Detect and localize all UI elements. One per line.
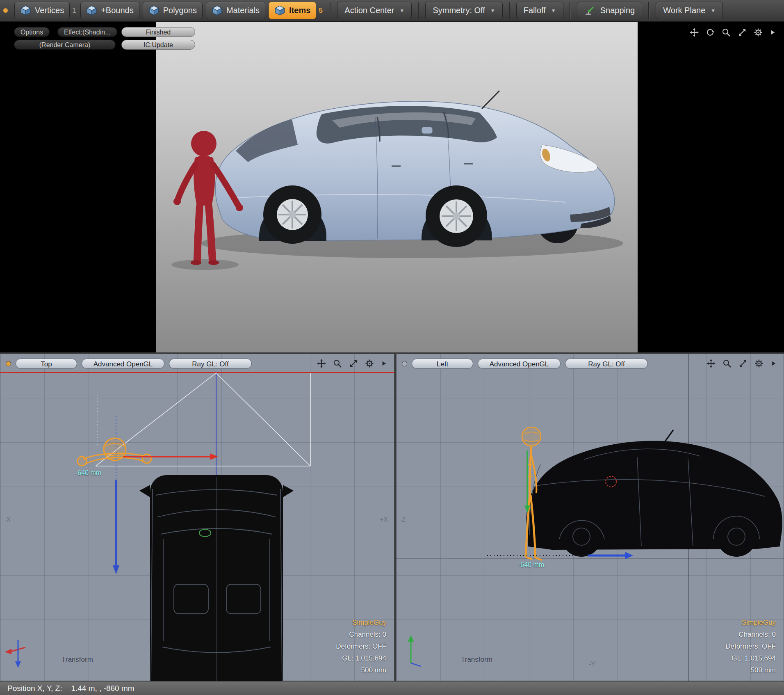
chevron-down-icon: ▼	[551, 8, 556, 14]
position-label: Position X, Y, Z:	[7, 684, 62, 693]
viewport-menu-dot[interactable]	[6, 361, 11, 366]
rotate-icon[interactable]	[705, 27, 715, 37]
play-icon[interactable]	[381, 360, 387, 367]
chevron-down-icon: ▼	[490, 8, 495, 14]
maximize-icon[interactable]	[738, 359, 748, 368]
tab-polygons-label: Polygons	[163, 6, 197, 15]
left-viewport[interactable]: Left Advanced OpenGL Ray GL: Off -Z -Y -…	[396, 354, 784, 681]
tab-bounds-group: +Bounds	[80, 2, 139, 19]
viewport-info: SimpleGuy Channels: 0 Deformers: OFF GL:…	[725, 617, 776, 676]
render-canvas[interactable]	[156, 22, 638, 352]
zoom-icon[interactable]	[722, 359, 732, 368]
render-camera-button[interactable]: (Render Camera)	[14, 40, 116, 50]
left-viewport-controls	[706, 359, 777, 368]
cube-icon	[148, 5, 160, 16]
cube-icon	[274, 5, 285, 16]
character-wireframe-top	[77, 438, 151, 466]
axis-label-negx: -X	[4, 516, 11, 524]
tab-materials-group: Materials	[206, 2, 265, 19]
shading-selector[interactable]: Advanced OpenGL	[82, 359, 164, 369]
maximize-icon[interactable]	[349, 359, 358, 368]
bottom-viewport-row: Top Advanced OpenGL Ray GL: Off -X +X -6…	[0, 354, 784, 681]
gl-readout: GL: 1,015,694	[336, 652, 386, 664]
offset-readout: -640 mm	[518, 561, 544, 569]
symmetry-dropdown[interactable]: Symmetry: Off ▼	[425, 2, 502, 19]
viewport-menu-dot[interactable]	[402, 361, 407, 366]
raygl-toggle[interactable]: Ray GL: Off	[169, 359, 252, 369]
render-scene	[156, 22, 638, 352]
play-icon[interactable]	[770, 360, 777, 367]
position-value: 1.44 m, , -860 mm	[71, 684, 134, 693]
finished-button[interactable]: Finished	[121, 27, 195, 37]
zoom-icon[interactable]	[721, 27, 731, 37]
play-icon[interactable]	[769, 29, 776, 36]
tab-items-label: Items	[289, 6, 310, 15]
tab-polygons[interactable]: Polygons	[143, 2, 203, 19]
viewport-info: SimpleGuy Channels: 0 Deformers: OFF GL:…	[336, 617, 386, 676]
tab-vertices-label: Vertices	[35, 6, 64, 15]
car-wireframe-top	[139, 475, 294, 681]
gear-icon[interactable]	[754, 359, 764, 368]
snapping-button[interactable]: Snapping	[577, 2, 643, 19]
grid-size-readout: 500 mm	[725, 664, 776, 676]
tab-materials[interactable]: Materials	[206, 2, 265, 19]
gear-icon[interactable]	[365, 359, 374, 368]
tab-items-badge: 5	[319, 7, 324, 15]
axis-label-posx: +X	[380, 516, 388, 524]
grid-size-readout: 500 mm	[336, 664, 386, 676]
top-view-scene[interactable]	[0, 354, 394, 681]
window-dot	[3, 8, 8, 13]
render-viewport-controls	[689, 27, 776, 37]
falloff-dropdown[interactable]: Falloff ▼	[516, 2, 563, 19]
active-tool-label: Transform	[62, 656, 93, 664]
tab-items[interactable]: Items	[269, 2, 316, 19]
tab-vertices-group: Vertices 1	[14, 2, 77, 19]
action-center-dropdown[interactable]: Action Center ▼	[337, 2, 412, 19]
falloff-label: Falloff	[524, 6, 546, 15]
offset-readout: -640 mm	[75, 469, 101, 477]
shading-selector[interactable]: Advanced OpenGL	[478, 359, 561, 369]
action-center-label: Action Center	[344, 6, 394, 15]
top-viewport[interactable]: Top Advanced OpenGL Ray GL: Off -X +X -6…	[0, 354, 394, 681]
cube-icon	[212, 5, 223, 16]
channels-readout: Channels: 0	[725, 629, 776, 640]
pan-icon[interactable]	[706, 359, 716, 368]
toolbar-divider	[509, 2, 510, 19]
axis-gizmo	[408, 635, 421, 666]
channels-readout: Channels: 0	[336, 629, 386, 640]
ic-update-button[interactable]: IC:Update	[121, 40, 195, 50]
snapping-label: Snapping	[600, 6, 635, 15]
top-viewport-header: Top Advanced OpenGL Ray GL: Off	[6, 359, 252, 369]
render-viewport[interactable]: Options Effect:(Shadin... Finished (Rend…	[0, 22, 784, 352]
active-tool-label: Transform	[461, 656, 492, 664]
toolbar-divider	[570, 2, 571, 19]
deformers-readout: Deformers: OFF	[336, 640, 386, 652]
cube-icon	[20, 5, 31, 16]
car-wireframe-side	[526, 430, 782, 557]
zoom-icon[interactable]	[333, 359, 342, 368]
left-viewport-header: Left Advanced OpenGL Ray GL: Off	[402, 359, 648, 369]
top-toolbar: Vertices 1 +Bounds Polygons Materials	[0, 0, 784, 22]
top-viewport-controls	[317, 359, 387, 368]
tab-vertices-badge: 1	[72, 7, 77, 15]
toolbar-divider	[330, 2, 331, 19]
deformers-readout: Deformers: OFF	[725, 640, 776, 652]
pan-icon[interactable]	[317, 359, 326, 368]
work-plane-dropdown[interactable]: Work Plane ▼	[656, 2, 723, 19]
axis-gizmo	[5, 640, 25, 668]
gear-icon[interactable]	[753, 27, 763, 37]
options-button[interactable]: Options	[14, 27, 50, 37]
view-selector[interactable]: Top	[16, 359, 77, 369]
toolbar-divider	[418, 2, 419, 19]
tab-vertices[interactable]: Vertices	[14, 2, 70, 19]
pan-icon[interactable]	[689, 27, 699, 37]
cube-icon	[86, 5, 97, 16]
effect-button[interactable]: Effect:(Shadin...	[57, 27, 117, 37]
snapping-icon	[584, 5, 595, 16]
raygl-toggle[interactable]: Ray GL: Off	[565, 359, 648, 369]
tab-bounds[interactable]: +Bounds	[80, 2, 139, 19]
tab-bounds-label: +Bounds	[101, 6, 134, 15]
view-selector[interactable]: Left	[412, 359, 473, 369]
status-bar: Position X, Y, Z: 1.44 m, , -860 mm	[0, 681, 784, 695]
maximize-icon[interactable]	[737, 27, 747, 37]
